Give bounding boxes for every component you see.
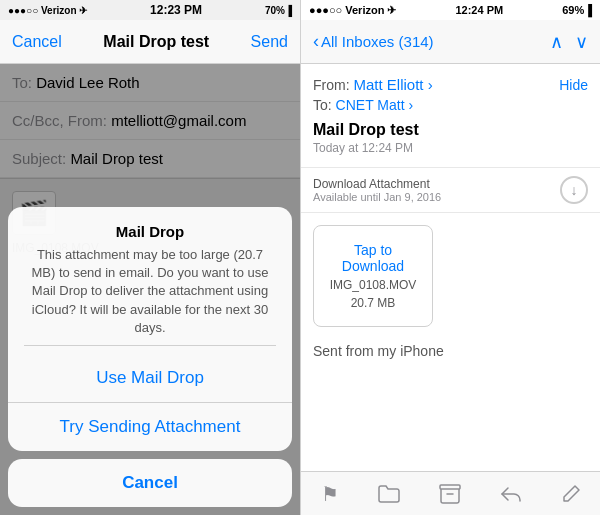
from-name[interactable]: Matt Elliott › <box>353 76 432 93</box>
compose-title: Mail Drop test <box>103 33 209 51</box>
left-battery: 70%▐ <box>265 5 292 16</box>
flag-button[interactable]: ⚑ <box>321 482 339 506</box>
right-nav-bar: ‹ All Inboxes (314) ∧ ∨ <box>301 20 600 64</box>
from-label: From: <box>313 77 350 93</box>
back-label: All Inboxes (314) <box>321 33 434 50</box>
chevron-left-icon: ‹ <box>313 31 319 52</box>
svg-rect-0 <box>440 485 460 489</box>
hide-button[interactable]: Hide <box>559 77 588 93</box>
tap-download-size: 20.7 MB <box>351 296 396 310</box>
modal-divider-1 <box>24 345 276 346</box>
use-mail-drop-button[interactable]: Use Mail Drop <box>8 354 292 403</box>
to-field: To: CNET Matt › <box>313 97 588 113</box>
right-battery: 69%▐ <box>562 4 592 16</box>
try-sending-button[interactable]: Try Sending Attachment <box>8 403 292 451</box>
right-toolbar: ⚑ <box>301 471 600 515</box>
email-body: Tap to Download IMG_0108.MOV 20.7 MB Sen… <box>301 213 600 471</box>
modal-cancel-button[interactable]: Cancel <box>8 459 292 507</box>
tap-download-box[interactable]: Tap to Download IMG_0108.MOV 20.7 MB <box>313 225 433 327</box>
right-status-bar: ●●●○○ Verizon ✈ 12:24 PM 69%▐ <box>301 0 600 20</box>
left-panel: ●●●○○ Verizon ✈ 12:23 PM 70%▐ Cancel Mai… <box>0 0 300 515</box>
down-arrow-button[interactable]: ∨ <box>575 31 588 53</box>
right-panel: ●●●○○ Verizon ✈ 12:24 PM 69%▐ ‹ All Inbo… <box>300 0 600 515</box>
email-header: From: Matt Elliott › Hide To: CNET Matt … <box>301 64 600 168</box>
download-label: Download Attachment <box>313 177 441 191</box>
download-cloud-icon[interactable]: ↓ <box>560 176 588 204</box>
reply-button[interactable] <box>500 484 522 504</box>
tap-download-filename: IMG_0108.MOV <box>330 278 417 292</box>
left-nav-bar: Cancel Mail Drop test Send <box>0 20 300 64</box>
modal-content: Mail Drop This attachment may be too lar… <box>8 207 292 354</box>
send-button[interactable]: Send <box>251 33 288 51</box>
download-bar: Download Attachment Available until Jan … <box>301 168 600 213</box>
to-name[interactable]: CNET Matt › <box>336 97 414 113</box>
archive-button[interactable] <box>439 484 461 504</box>
email-date: Today at 12:24 PM <box>313 141 588 155</box>
nav-arrows: ∧ ∨ <box>550 31 588 53</box>
modal-title: Mail Drop <box>24 223 276 240</box>
folder-button[interactable] <box>378 485 400 503</box>
download-info: Download Attachment Available until Jan … <box>313 177 441 203</box>
back-button[interactable]: ‹ All Inboxes (314) <box>313 31 434 52</box>
tap-download-title: Tap to Download <box>330 242 416 274</box>
to-label-r: To: <box>313 97 332 113</box>
email-subject: Mail Drop test <box>313 121 588 139</box>
left-time: 12:23 PM <box>150 3 202 17</box>
cancel-button[interactable]: Cancel <box>12 33 62 51</box>
right-time: 12:24 PM <box>455 4 503 16</box>
right-signal: ●●●○○ Verizon ✈ <box>309 4 396 17</box>
download-until: Available until Jan 9, 2016 <box>313 191 441 203</box>
sent-from-text: Sent from my iPhone <box>313 343 588 359</box>
modal-overlay: Mail Drop This attachment may be too lar… <box>0 64 300 515</box>
from-field: From: Matt Elliott › <box>313 76 433 93</box>
compose-button[interactable] <box>561 484 581 504</box>
up-arrow-button[interactable]: ∧ <box>550 31 563 53</box>
from-row: From: Matt Elliott › Hide <box>313 76 588 93</box>
modal-body-text: This attachment may be too large (20.7 M… <box>24 246 276 337</box>
left-status-bar: ●●●○○ Verizon ✈ 12:23 PM 70%▐ <box>0 0 300 20</box>
left-signal: ●●●○○ Verizon ✈ <box>8 5 87 16</box>
modal-card: Mail Drop This attachment may be too lar… <box>8 207 292 451</box>
